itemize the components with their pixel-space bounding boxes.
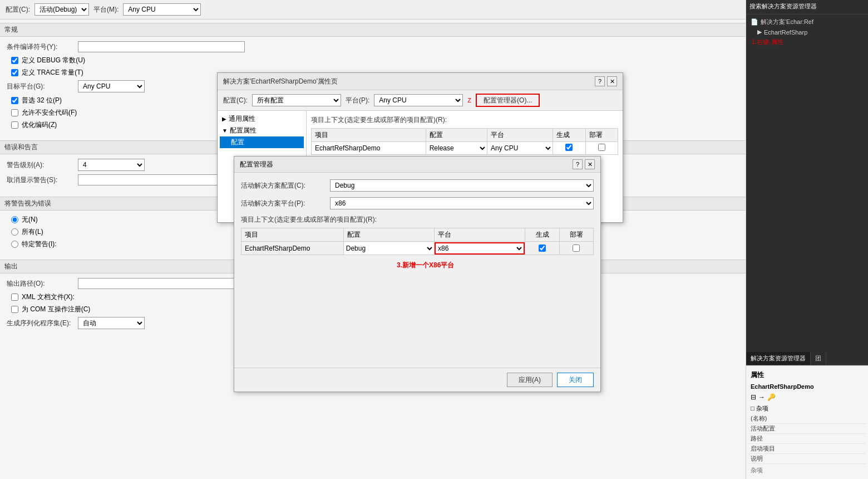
sidebar-search: 搜索解决方案资源管理器	[746, 0, 868, 14]
cm-bottom-buttons: 应用(A) 关闭	[234, 368, 600, 392]
cm-th-project: 项目	[241, 228, 344, 242]
sidebar-tabs: 解决方案资源管理器 团	[746, 352, 868, 365]
config-table-row: EchartRefSharpDemo Release Any CPU	[312, 142, 618, 155]
cm-th-deploy: 部署	[559, 228, 593, 242]
props-row-name: (名称)	[748, 414, 866, 424]
dp-platform-flag: Z	[467, 97, 471, 104]
config-table: 项目 配置 平台 生成 部署 EchartRefSharpDemo	[311, 128, 618, 155]
sidebar-tree: 📄 解决方案'Echar:Ref ▶ EchartRefSharp 1.右键-属…	[746, 14, 868, 352]
td-project: EchartRefSharpDemo	[312, 142, 426, 155]
props-row-active: 活动配置	[748, 424, 866, 434]
cm-active-config-row: 活动解决方案配置(C): Debug	[241, 179, 594, 192]
dp-config-label: 配置(C):	[223, 96, 248, 105]
td-config[interactable]: Release	[426, 142, 487, 155]
x86-annotation: 3.新增一个X86平台	[397, 261, 454, 270]
cm-title: 配置管理器	[240, 160, 273, 169]
cm-spacer	[234, 284, 600, 368]
cm-content: 活动解决方案配置(C): Debug 活动解决方案平台(P): x86 项目上下…	[234, 173, 600, 284]
dialog-property-titlebar: 解决方案'EchartRefSharpDemo'属性页 ? ✕	[218, 73, 623, 90]
dialog-help-button[interactable]: ?	[595, 76, 605, 86]
arrow-icon: →	[758, 393, 765, 401]
cm-project-config-label: 项目上下文(选定要生成或部署的项目配置)(R):	[241, 216, 377, 223]
th-platform: 平台	[487, 129, 553, 142]
tree-arrow-common: ▶	[222, 116, 226, 122]
dialog-property-toolbar: 配置(C): 所有配置 平台(P): Any CPU Z 配置管理器(O)...	[218, 90, 623, 111]
cm-titlebar: 配置管理器 ? ✕	[234, 157, 600, 173]
cm-active-platform-select[interactable]: x86	[330, 197, 594, 209]
build-checkbox[interactable]	[565, 144, 573, 151]
cm-close-btn[interactable]: 关闭	[557, 373, 594, 387]
props-key-name: (名称)	[751, 414, 864, 423]
tree-item-config[interactable]: 配置	[220, 136, 304, 148]
tree-item-common[interactable]: ▶ 通用属性	[220, 113, 304, 125]
cm-platform-select[interactable]: x86	[435, 242, 525, 255]
sidebar-search-label: 搜索解决方案资源管理器	[749, 2, 865, 11]
props-key-path: 路径	[751, 434, 864, 443]
grid-icon: ⊟	[751, 393, 756, 401]
project-icon: ▶	[757, 28, 762, 36]
bottom-label: 杂项	[748, 464, 866, 477]
sidebar-props: 属性 EchartRefSharpDemo ⊟ → 🔑 □ 杂项 (名称) 活动…	[746, 365, 868, 479]
sidebar-annotation: 1.右键-属性	[748, 37, 866, 47]
td-build[interactable]	[553, 142, 585, 155]
cm-config-select[interactable]: Debug	[344, 242, 434, 255]
cm-active-platform-label: 活动解决方案平台(P):	[241, 199, 324, 208]
cm-td-deploy[interactable]	[559, 242, 593, 255]
cm-deploy-checkbox[interactable]	[573, 245, 580, 252]
cm-table-row: EchartRefSharpDemo Debug x86	[241, 242, 594, 255]
sidebar-solution-item[interactable]: 📄 解决方案'Echar:Ref	[748, 17, 866, 27]
tree-item-config-props[interactable]: ▼ 配置属性	[220, 125, 304, 136]
cm-help-button[interactable]: ?	[573, 159, 583, 169]
dp-platform-select[interactable]: Any CPU	[374, 94, 463, 106]
cm-th-platform: 平台	[435, 228, 525, 242]
th-project: 项目	[312, 129, 426, 142]
config-manager-button[interactable]: 配置管理器(O)...	[476, 94, 540, 107]
platform-row-select[interactable]: Any CPU	[487, 142, 553, 154]
right-sidebar: 搜索解决方案资源管理器 📄 解决方案'Echar:Ref ▶ EchartRef…	[746, 0, 868, 479]
td-deploy[interactable]	[585, 142, 618, 155]
cm-th-build: 生成	[525, 228, 559, 242]
dp-config-select[interactable]: 所有配置	[252, 94, 341, 106]
tree-arrow-config: ▼	[222, 128, 228, 134]
misc-section: □ 杂项	[748, 403, 866, 414]
deploy-checkbox[interactable]	[598, 144, 605, 151]
dialog-close-button[interactable]: ✕	[607, 76, 617, 86]
cm-controls: ? ✕	[573, 159, 595, 169]
panel-label: 项目上下文(选定要生成或部署的项目配置)(R):	[311, 115, 618, 125]
cm-close-button[interactable]: ✕	[585, 159, 595, 169]
dialog-property-controls: ? ✕	[595, 76, 617, 86]
dialog-property-title: 解决方案'EchartRefSharpDemo'属性页	[223, 77, 338, 86]
th-config: 配置	[426, 129, 487, 142]
th-deploy: 部署	[585, 129, 618, 142]
cm-td-platform[interactable]: x86	[435, 242, 525, 255]
props-row-path: 路径	[748, 434, 866, 444]
cm-apply-button[interactable]: 应用(A)	[507, 373, 553, 387]
cm-active-config-label: 活动解决方案配置(C):	[241, 181, 324, 190]
props-title: 属性	[748, 368, 866, 382]
dp-platform-label: 平台(P):	[346, 96, 369, 105]
cm-td-config[interactable]: Debug	[343, 242, 434, 255]
cm-active-config-select[interactable]: Debug	[330, 179, 594, 192]
tab-solution-explorer[interactable]: 解决方案资源管理器	[746, 352, 811, 365]
props-key-desc: 说明	[751, 454, 864, 463]
cm-td-project: EchartRefSharpDemo	[241, 242, 344, 255]
annotation-container: 3.新增一个X86平台	[241, 261, 594, 277]
cm-table-header: 项目 配置 平台 生成 部署	[241, 228, 594, 242]
props-key-active: 活动配置	[751, 424, 864, 433]
td-platform[interactable]: Any CPU	[487, 142, 553, 155]
config-row-select[interactable]: Release	[426, 142, 487, 154]
dialog-overlay: 解决方案'EchartRefSharpDemo'属性页 ? ✕ 配置(C): 所…	[0, 0, 746, 479]
cm-build-checkbox[interactable]	[539, 245, 546, 252]
tab-team-explorer[interactable]: 团	[811, 352, 826, 365]
cm-active-platform-row: 活动解决方案平台(P): x86	[241, 197, 594, 209]
key-icon: 🔑	[767, 393, 776, 401]
cm-td-build[interactable]	[525, 242, 559, 255]
sidebar-icons-row: ⊟ → 🔑	[748, 391, 866, 403]
project-name: EchartRefSharpDemo	[748, 382, 866, 391]
solution-icon: 📄	[751, 18, 758, 26]
sidebar-project-item[interactable]: ▶ EchartRefSharp	[748, 27, 866, 37]
cm-project-config-label-container: 项目上下文(选定要生成或部署的项目配置)(R):	[241, 215, 594, 224]
dialog-config-manager: 配置管理器 ? ✕ 活动解决方案配置(C): Debug 活动解决方案平台(P)…	[234, 156, 601, 392]
props-key-startup: 启动项目	[751, 444, 864, 453]
cm-th-config: 配置	[343, 228, 434, 242]
